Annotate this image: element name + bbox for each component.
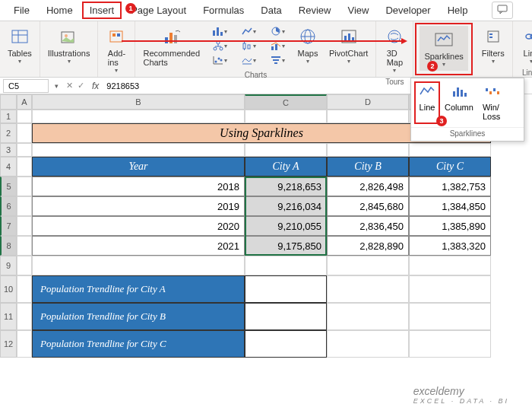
illustrations-button[interactable]: Illustrations▾ (43, 23, 95, 68)
trend-c-spark[interactable] (245, 330, 327, 358)
trend-a-label[interactable]: Population Trendline for City A (32, 275, 245, 303)
header-year[interactable]: Year (32, 157, 245, 177)
cell[interactable] (409, 275, 491, 303)
menu-formulas[interactable]: Formulas (195, 2, 252, 19)
chart-funnel-icon[interactable]: ▾ (264, 53, 291, 67)
cell[interactable] (32, 256, 245, 275)
row-header-11[interactable]: 11 (0, 303, 17, 330)
trend-c-label[interactable]: Population Trendline for City C (32, 330, 245, 358)
row-header-10[interactable]: 10 (0, 275, 17, 303)
menu-file[interactable]: File (6, 2, 37, 19)
cell[interactable] (17, 303, 32, 330)
cell[interactable]: 9,216,034 (245, 196, 327, 216)
menu-developer[interactable]: Developer (378, 2, 438, 19)
cell[interactable]: 2,836,450 (327, 216, 409, 236)
cell[interactable] (327, 143, 409, 157)
tables-button[interactable]: Tables▾ (3, 23, 36, 68)
pivotchart-button[interactable]: PivotChart▾ (325, 23, 372, 68)
cell[interactable]: 1,382,753 (409, 177, 491, 196)
col-header-b[interactable]: B (32, 94, 245, 110)
row-header-4[interactable]: 4 (0, 157, 17, 177)
row-header-1[interactable]: 1 (0, 110, 17, 123)
menu-home[interactable]: Home (39, 2, 81, 19)
chart-column-icon[interactable]: ▾ (206, 24, 233, 38)
row-header-6[interactable]: 6 (0, 196, 17, 216)
cell[interactable]: 2,828,890 (327, 236, 409, 256)
cell-year[interactable]: 2020 (32, 216, 245, 236)
cell[interactable] (17, 275, 32, 303)
cell[interactable] (327, 256, 409, 275)
cell[interactable] (245, 143, 327, 157)
filters-button[interactable]: Filters▾ (477, 23, 509, 68)
cell[interactable] (17, 256, 32, 275)
row-header-7[interactable]: 7 (0, 216, 17, 236)
menu-help[interactable]: Help (440, 2, 476, 19)
menu-insert[interactable]: Insert (82, 2, 122, 19)
cell[interactable]: 1,385,890 (409, 216, 491, 236)
cancel-icon[interactable]: ✕ (66, 81, 73, 91)
trend-b-spark[interactable] (245, 303, 327, 330)
cell[interactable] (245, 110, 327, 123)
recommended-charts-button[interactable]: Recommended Charts (138, 23, 204, 70)
chart-scatter-icon[interactable]: ▾ (206, 53, 233, 67)
link-button[interactable]: Link▾ (516, 23, 532, 68)
row-header-5[interactable]: 5 (0, 177, 17, 196)
cell[interactable]: 1,383,320 (409, 236, 491, 256)
cell[interactable] (17, 236, 32, 256)
cell[interactable]: 9,210,055 (245, 216, 327, 236)
chart-pie-icon[interactable]: ▾ (264, 24, 291, 38)
3dmap-button[interactable]: 3D Map▾ (379, 23, 410, 77)
cell[interactable] (409, 256, 491, 275)
cell[interactable] (17, 110, 32, 123)
cell[interactable] (17, 196, 32, 216)
enter-icon[interactable]: ✓ (78, 81, 84, 91)
cell[interactable] (245, 256, 327, 275)
trend-b-label[interactable]: Population Trendline for City B (32, 303, 245, 330)
row-header-3[interactable]: 3 (0, 143, 17, 157)
cell[interactable] (409, 143, 491, 157)
maps-button[interactable]: Maps▾ (293, 23, 323, 68)
col-header-c[interactable]: C (245, 94, 327, 110)
cell[interactable] (409, 303, 491, 330)
col-header-d[interactable]: D (327, 94, 409, 110)
namebox-dropdown-icon[interactable]: ▾ (52, 82, 62, 90)
sparkline-winloss[interactable]: Win/ Loss (478, 81, 505, 124)
cell-year[interactable]: 2018 (32, 177, 245, 196)
cell[interactable] (17, 177, 32, 196)
fx-icon[interactable]: fx (89, 81, 102, 91)
cell-c5[interactable]: 9,218,653 (245, 177, 327, 196)
cell[interactable] (327, 110, 409, 123)
trend-a-spark[interactable] (245, 275, 327, 303)
cell[interactable] (17, 143, 32, 157)
menu-view[interactable]: View (340, 2, 376, 19)
cell[interactable]: 1,384,850 (409, 196, 491, 216)
cell[interactable] (32, 143, 245, 157)
menu-review[interactable]: Review (291, 2, 339, 19)
menu-data[interactable]: Data (253, 2, 289, 19)
cell[interactable] (327, 330, 409, 358)
cell[interactable] (32, 110, 245, 123)
cell-year[interactable]: 2021 (32, 236, 245, 256)
cell-year[interactable]: 2019 (32, 196, 245, 216)
cell[interactable] (17, 157, 32, 177)
row-header-2[interactable]: 2 (0, 123, 17, 143)
col-header-a[interactable]: A (17, 94, 32, 110)
cell[interactable]: 2,826,498 (327, 177, 409, 196)
cell[interactable]: 2,845,680 (327, 196, 409, 216)
comments-icon[interactable] (492, 2, 513, 19)
cell[interactable] (327, 275, 409, 303)
header-cityc[interactable]: City C (409, 157, 491, 177)
cell[interactable] (17, 123, 32, 143)
cell[interactable] (17, 330, 32, 358)
cell[interactable] (409, 330, 491, 358)
row-header-12[interactable]: 12 (0, 330, 17, 358)
row-header-9[interactable]: 9 (0, 256, 17, 275)
cell[interactable]: 9,175,850 (245, 236, 327, 256)
cell[interactable] (327, 303, 409, 330)
cell[interactable] (17, 216, 32, 236)
chart-surface-icon[interactable]: ▾ (235, 53, 262, 67)
select-all-corner[interactable] (0, 94, 17, 110)
chart-line-icon[interactable]: ▾ (235, 24, 262, 38)
name-box[interactable]: C5 (3, 79, 49, 93)
header-citya[interactable]: City A (245, 157, 327, 177)
